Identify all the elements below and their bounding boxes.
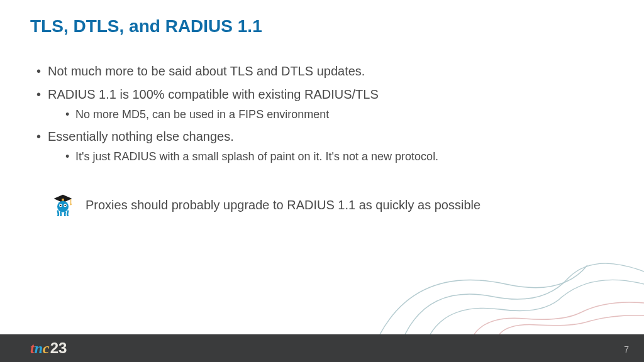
callout-text: Proxies should probably upgrade to RADIU… [86,198,480,212]
logo-year: 23 [50,339,67,356]
logo-letter: t [30,340,35,356]
sub-bullet-item: It's just RADIUS with a small splash of … [65,149,614,164]
svg-point-8 [70,204,72,206]
svg-point-6 [64,205,65,206]
mascot-grad-icon [52,194,74,216]
logo-letter: n [35,340,43,356]
svg-rect-1 [62,199,64,201]
slide-title: TLS, DTLS, and RADIUS 1.1 [30,16,262,36]
bullet-text: Essentially nothing else changes. [48,129,234,143]
bullet-item: Essentially nothing else changes. It's j… [36,128,614,164]
svg-point-4 [60,205,61,206]
bullet-text: Not much more to be said about TLS and D… [48,64,365,78]
page-number: 7 [624,344,629,354]
logo-letter: c [43,340,50,356]
slide: TLS, DTLS, and RADIUS 1.1 Not much more … [0,0,644,362]
bullet-item: Not much more to be said about TLS and D… [36,63,614,80]
sub-bullet-text: No more MD5, can be used in a FIPS envir… [75,108,329,121]
slide-content: Not much more to be said about TLS and D… [36,63,614,171]
svg-point-2 [57,201,69,212]
footer-bar: tnc23 7 [0,334,644,362]
sub-bullet-text: It's just RADIUS with a small splash of … [75,150,438,163]
sub-bullet-item: No more MD5, can be used in a FIPS envir… [65,107,614,122]
bullet-text: RADIUS 1.1 is 100% compatible with exist… [48,87,379,101]
decorative-contours-icon [367,259,644,334]
bullet-item: RADIUS 1.1 is 100% compatible with exist… [36,86,614,122]
event-logo: tnc23 [30,339,67,357]
callout-row: Proxies should probably upgrade to RADIU… [52,194,480,216]
